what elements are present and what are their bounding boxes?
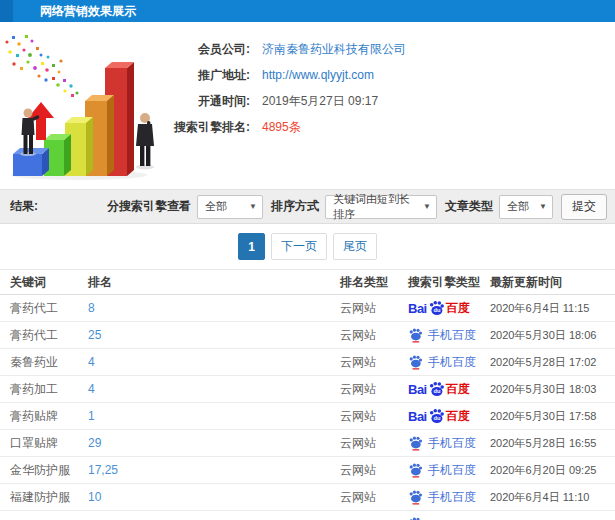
engine-view-select[interactable]: 全部 ▼	[197, 195, 263, 219]
baidu-logo: Bai du 百度	[408, 408, 490, 425]
engine-view-label: 分搜索引擎查看	[107, 198, 191, 215]
mobile-baidu-paw-icon	[408, 328, 423, 343]
rank-type-cell: 云网站	[340, 408, 408, 425]
table-row: 金华防护服 17,25 云网站 手机百度 2020年6月20日 09:25	[0, 457, 615, 484]
rank-type-cell: 云网站	[340, 354, 408, 371]
pagination-last-button[interactable]: 尾页	[333, 233, 377, 260]
company-info-section: 会员公司: 济南秦鲁药业科技有限公司 推广地址: http://www.qlyy…	[0, 22, 615, 189]
mobile-baidu-paw-icon	[408, 463, 423, 478]
info-row-promo-url: 推广地址: http://www.qlyyjt.com	[172, 62, 615, 88]
rank-type-cell: 云网站	[340, 327, 408, 344]
keyword-cell: 福建防护服	[10, 489, 88, 506]
table-header-row: 关键词 排名 排名类型 搜索引擎类型 最新更新时间	[0, 269, 615, 295]
mobile-baidu-label: 手机百度	[428, 489, 476, 506]
svg-text:du: du	[433, 415, 440, 421]
header-engine-type: 搜索引擎类型	[408, 274, 490, 291]
baidu-paw-icon: du	[428, 408, 445, 424]
window-title-bar: 网络营销效果展示	[0, 0, 615, 22]
mobile-baidu-paw-icon	[408, 517, 423, 520]
mobile-baidu-paw-icon	[408, 436, 423, 451]
updated-cell: 2020年5月28日 16:55	[490, 436, 615, 451]
baidu-logo-cn: 百度	[446, 381, 470, 398]
baidu-logo-bai: Bai	[408, 301, 427, 316]
mobile-baidu-logo: 手机百度	[408, 489, 490, 506]
rank-link[interactable]: 4	[88, 355, 340, 369]
promo-url-link[interactable]: http://www.qlyyjt.com	[262, 68, 374, 82]
baidu-logo-bai: Bai	[408, 382, 427, 397]
mobile-baidu-logo: 手机百度	[408, 435, 490, 452]
rank-type-cell: 云网站	[340, 381, 408, 398]
mobile-baidu-label: 手机百度	[428, 354, 476, 371]
mobile-baidu-logo: 手机百度	[408, 354, 490, 371]
article-type-label: 文章类型	[445, 198, 493, 215]
sort-select[interactable]: 关键词由短到长排序 ▼	[325, 195, 437, 219]
keyword-cell: 金华防护服	[10, 462, 88, 479]
table-row: 口罩贴牌 29 云网站 手机百度 2020年5月28日 16:55	[0, 430, 615, 457]
keyword-cell: 膏药贴牌	[10, 408, 88, 425]
keyword-cell: 膏药代工	[10, 300, 88, 317]
article-type-select[interactable]: 全部 ▼	[499, 195, 553, 219]
rank-link[interactable]: 4	[88, 382, 340, 396]
marketing-chart-illustration	[0, 28, 172, 183]
rank-link[interactable]: 8	[88, 301, 340, 315]
info-row-member-company: 会员公司: 济南秦鲁药业科技有限公司	[172, 36, 615, 62]
open-time-value: 2019年5月27日 09:17	[262, 93, 378, 110]
rank-link[interactable]: 29	[88, 436, 340, 450]
header-keyword: 关键词	[10, 274, 88, 291]
businessman-right-graphic	[136, 113, 154, 169]
info-row-open-time: 开通时间: 2019年5月27日 09:17	[172, 88, 615, 114]
marketing-results-page: 网络营销效果展示	[0, 0, 615, 520]
rank-link[interactable]: 25	[88, 328, 340, 342]
baidu-paw-icon: du	[428, 300, 445, 316]
baidu-logo-cn: 百度	[446, 300, 470, 317]
updated-cell: 2020年5月28日 17:02	[490, 355, 615, 370]
rank-type-cell: 云网站	[340, 462, 408, 479]
updated-cell: 2020年6月4日 11:15	[490, 301, 615, 316]
rank-type-cell: 云网站	[340, 489, 408, 506]
header-rank: 排名	[88, 274, 340, 291]
engine-view-selected-value: 全部	[205, 199, 227, 214]
mobile-baidu-label: 手机百度	[428, 462, 476, 479]
svg-text:du: du	[433, 307, 440, 313]
sort-selected-value: 关键词由短到长排序	[333, 192, 417, 222]
table-row: 秦鲁药业 4 云网站 手机百度 2020年5月28日 17:02	[0, 349, 615, 376]
open-time-label: 开通时间:	[172, 93, 250, 110]
table-row: 膏药贴牌 1 云网站 Bai du 百度 2020年5月30日 17:58	[0, 403, 615, 430]
baidu-logo-cn: 百度	[446, 408, 470, 425]
page-title: 网络营销效果展示	[40, 4, 136, 18]
mobile-baidu-logo: 手机百度	[408, 462, 490, 479]
updated-cell: 2020年5月30日 17:58	[490, 409, 615, 424]
chevron-down-icon: ▼	[249, 202, 257, 211]
info-row-engine-rank: 搜索引擎排名: 4895条	[172, 114, 615, 140]
submit-button[interactable]: 提交	[561, 194, 607, 220]
chevron-down-icon: ▼	[423, 202, 431, 211]
mobile-baidu-paw-icon	[408, 355, 423, 370]
rank-type-cell: 云网站	[340, 435, 408, 452]
pagination-next-button[interactable]: 下一页	[271, 233, 327, 260]
updated-cell: 2020年5月30日 18:06	[490, 328, 615, 343]
rank-type-cell: 云网站	[340, 300, 408, 317]
rank-link[interactable]: 10	[88, 490, 340, 504]
mobile-baidu-paw-icon	[408, 490, 423, 505]
company-info-list: 会员公司: 济南秦鲁药业科技有限公司 推广地址: http://www.qlyy…	[172, 22, 615, 189]
member-company-link[interactable]: 济南秦鲁药业科技有限公司	[262, 41, 406, 58]
article-type-selected-value: 全部	[507, 199, 529, 214]
table-row-partial	[0, 511, 615, 520]
engine-rank-label: 搜索引擎排名:	[172, 119, 250, 136]
confetti-graphic	[5, 35, 78, 97]
rank-link[interactable]: 17,25	[88, 463, 340, 477]
table-row: 膏药代工 8 云网站 Bai du 百度 2020年6月4日 11:15	[0, 295, 615, 322]
updated-cell: 2020年6月4日 11:10	[490, 490, 615, 505]
mobile-baidu-logo	[408, 517, 490, 520]
mobile-baidu-logo: 手机百度	[408, 327, 490, 344]
member-company-label: 会员公司:	[172, 41, 250, 58]
keyword-cell: 秦鲁药业	[10, 354, 88, 371]
pagination: 1 下一页 尾页	[0, 224, 615, 269]
keyword-cell: 膏药加工	[10, 381, 88, 398]
table-row: 福建防护服 10 云网站 手机百度 2020年6月4日 11:10	[0, 484, 615, 511]
pagination-current-page[interactable]: 1	[238, 233, 265, 260]
header-updated: 最新更新时间	[490, 274, 615, 291]
rank-link[interactable]: 1	[88, 409, 340, 423]
table-row: 膏药代工 25 云网站 手机百度 2020年5月30日 18:06	[0, 322, 615, 349]
updated-cell: 2020年5月30日 18:03	[490, 382, 615, 397]
